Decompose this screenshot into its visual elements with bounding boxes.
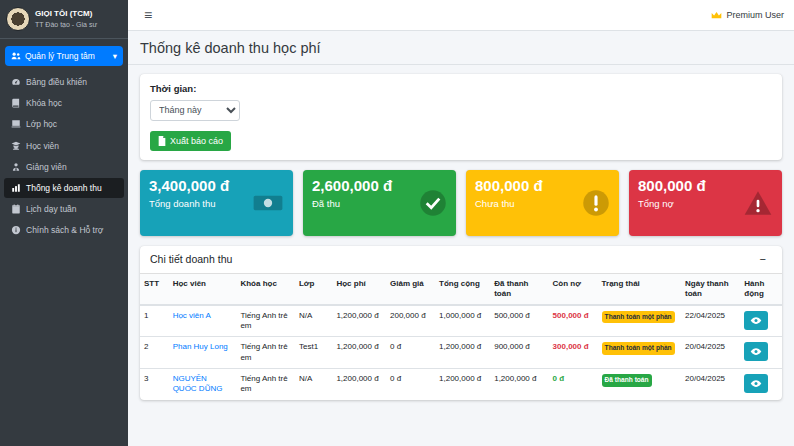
col-stt: STT xyxy=(140,274,169,305)
sidebar-item-revenue-stats[interactable]: Thống kê doanh thu xyxy=(4,178,124,198)
cell-con-no: 300,000 đ xyxy=(549,337,598,369)
premium-user-badge[interactable]: Premium User xyxy=(711,10,784,20)
cell-ngay-thanh-toan: 20/04/2025 xyxy=(681,337,740,369)
sidebar-item-label: Chính sách & Hỗ trợ xyxy=(26,225,103,235)
col-hoc-phi: Học phí xyxy=(332,274,386,305)
sidebar-item-teachers[interactable]: Giảng viên xyxy=(4,157,124,177)
cell-stt: 3 xyxy=(140,369,169,400)
cell-da-thanh-toan: 500,000 đ xyxy=(490,305,548,337)
sidebar-item-label: Thống kê doanh thu xyxy=(26,183,102,193)
eye-icon xyxy=(750,347,762,356)
table-row: 3 NGUYỄN QUỐC DŨNG Tiếng Anh trẻ em N/A … xyxy=(140,369,782,400)
col-con-no: Còn nợ xyxy=(549,274,598,305)
user-graduate-icon xyxy=(11,141,21,151)
filter-card: Thời gian: Tháng này Xuất báo cáo xyxy=(140,74,782,160)
cell-lop: Test1 xyxy=(295,337,332,369)
cell-tong-cong: 1,200,000 đ xyxy=(435,369,490,400)
col-lop: Lớp xyxy=(295,274,332,305)
col-hanh-dong: Hành động xyxy=(740,274,782,305)
student-link[interactable]: Phan Huy Long xyxy=(173,342,228,351)
cell-hoc-phi: 1,200,000 đ xyxy=(332,337,386,369)
cell-tong-cong: 1,000,000 đ xyxy=(435,305,490,337)
premium-user-label: Premium User xyxy=(726,10,784,20)
eye-icon xyxy=(750,379,762,388)
main-area: ≡ Premium User Thống kê doanh thu học ph… xyxy=(128,0,794,446)
col-khoa-hoc: Khóa học xyxy=(236,274,295,305)
chevron-down-icon: ▾ xyxy=(113,51,117,61)
sidebar-item-students[interactable]: Học viên xyxy=(4,136,124,156)
time-filter-label: Thời gian: xyxy=(150,83,772,94)
export-report-button[interactable]: Xuất báo cáo xyxy=(150,131,231,151)
cell-hoc-phi: 1,200,000 đ xyxy=(332,369,386,400)
revenue-table: STT Học viên Khóa học Lớp Học phí Giảm g… xyxy=(140,274,782,400)
sidebar: GIỌI TÔI (TCM) TT Đào tạo - Gia sư Quản … xyxy=(0,0,128,446)
info-circle-icon xyxy=(11,225,21,235)
cell-lop: N/A xyxy=(295,369,332,400)
cell-con-no: 500,000 đ xyxy=(549,305,598,337)
cell-hoc-phi: 1,200,000 đ xyxy=(332,305,386,337)
table-card-title: Chi tiết doanh thu xyxy=(150,253,232,265)
warning-triangle-icon xyxy=(743,189,773,216)
cell-da-thanh-toan: 900,000 đ xyxy=(490,337,548,369)
col-da-thanh-toan: Đã thanh toán xyxy=(490,274,548,305)
exclamation-circle-icon xyxy=(582,189,610,217)
view-detail-button[interactable] xyxy=(744,342,768,361)
book-icon xyxy=(11,98,21,108)
chart-bar-icon xyxy=(11,183,21,193)
stat-collected: 2,600,000 đ Đã thu xyxy=(303,170,456,236)
user-tie-icon xyxy=(11,162,21,172)
file-export-icon xyxy=(158,136,166,146)
view-detail-button[interactable] xyxy=(744,374,768,393)
sidebar-item-classes[interactable]: Lớp học xyxy=(4,114,124,134)
revenue-detail-card: Chi tiết doanh thu − STT Học viên Khóa h… xyxy=(140,246,782,400)
time-filter-select[interactable]: Tháng này xyxy=(150,100,240,121)
sidebar-toggle-label: Quản lý Trung tâm xyxy=(25,51,109,61)
col-tong-cong: Tổng cộng xyxy=(435,274,490,305)
sidebar-item-policy-support[interactable]: Chính sách & Hỗ trợ xyxy=(4,220,124,240)
sidebar-item-courses[interactable]: Khóa học xyxy=(4,93,124,113)
stat-total-debt: 800,000 đ Tổng nợ xyxy=(629,170,782,236)
brand-title: GIỌI TÔI (TCM) xyxy=(35,9,97,19)
table-row: 1 Học viên A Tiếng Anh trẻ em N/A 1,200,… xyxy=(140,305,782,337)
cell-da-thanh-toan: 1,200,000 đ xyxy=(490,369,548,400)
cell-khoa-hoc: Tiếng Anh trẻ em xyxy=(236,305,295,337)
hamburger-menu-icon[interactable]: ≡ xyxy=(138,7,158,23)
view-detail-button[interactable] xyxy=(744,311,768,330)
chalkboard-icon xyxy=(11,119,21,129)
cell-khoa-hoc: Tiếng Anh trẻ em xyxy=(236,369,295,400)
student-link[interactable]: Học viên A xyxy=(173,311,211,320)
cell-tong-cong: 1,200,000 đ xyxy=(435,337,490,369)
table-header-row: STT Học viên Khóa học Lớp Học phí Giảm g… xyxy=(140,274,782,305)
cell-ngay-thanh-toan: 20/04/2025 xyxy=(681,369,740,400)
eye-icon xyxy=(750,316,762,325)
sidebar-nav: Bảng điều khiển Khóa học Lớp học Học viê… xyxy=(0,71,128,242)
sidebar-item-label: Học viên xyxy=(26,141,59,151)
col-giam-gia: Giảm giá xyxy=(386,274,435,305)
page-title: Thống kê doanh thu học phí xyxy=(128,31,794,65)
check-circle-icon xyxy=(419,189,447,217)
stat-uncollected: 800,000 đ Chưa thu xyxy=(466,170,619,236)
calendar-icon xyxy=(11,204,21,214)
sidebar-item-dashboard[interactable]: Bảng điều khiển xyxy=(4,72,124,92)
brand-logo-icon xyxy=(6,7,30,31)
users-icon xyxy=(11,51,21,61)
status-badge: Thanh toán một phần xyxy=(602,342,675,355)
sidebar-item-label: Giảng viên xyxy=(26,162,67,172)
cell-stt: 1 xyxy=(140,305,169,337)
status-badge: Đã thanh toán xyxy=(602,374,652,387)
student-link[interactable]: NGUYỄN QUỐC DŨNG xyxy=(173,374,223,393)
sidebar-toggle-quan-ly-trung-tam[interactable]: Quản lý Trung tâm ▾ xyxy=(5,46,123,66)
table-row: 2 Phan Huy Long Tiếng Anh trẻ em Test1 1… xyxy=(140,337,782,369)
collapse-card-icon[interactable]: − xyxy=(754,253,772,266)
cell-giam-gia: 200,000 đ xyxy=(386,305,435,337)
sidebar-item-weekly-schedule[interactable]: Lịch dạy tuần xyxy=(4,199,124,219)
col-trang-thai: Trạng thái xyxy=(598,274,681,305)
sidebar-item-label: Bảng điều khiển xyxy=(26,77,87,87)
sidebar-item-label: Lịch dạy tuần xyxy=(26,204,77,214)
cell-khoa-hoc: Tiếng Anh trẻ em xyxy=(236,337,295,369)
brand[interactable]: GIỌI TÔI (TCM) TT Đào tạo - Gia sư xyxy=(0,0,128,39)
cell-lop: N/A xyxy=(295,305,332,337)
cell-ngay-thanh-toan: 22/04/2025 xyxy=(681,305,740,337)
col-hoc-vien: Học viên xyxy=(169,274,237,305)
col-ngay-thanh-toan: Ngày thanh toán xyxy=(681,274,740,305)
